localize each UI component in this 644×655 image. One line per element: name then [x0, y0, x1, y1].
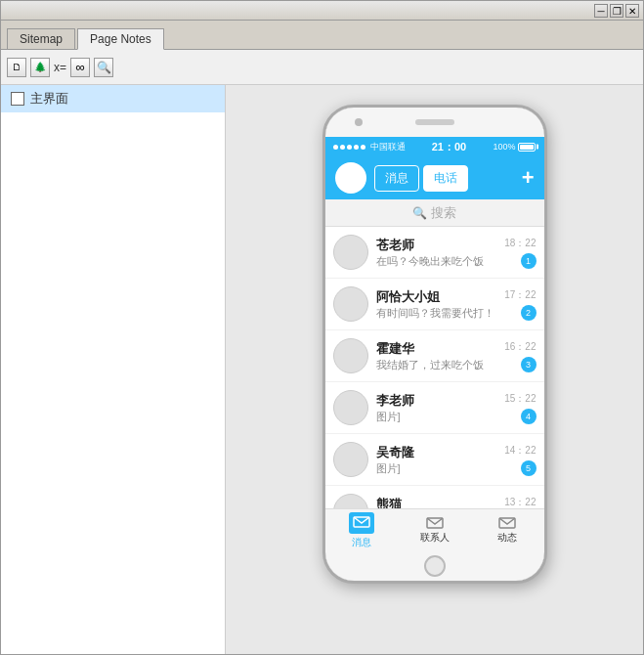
- signal-dot-2: [340, 145, 345, 150]
- chat-item-3[interactable]: 李老师 图片] 15：22 4: [325, 382, 544, 434]
- avatar-3: [333, 390, 368, 425]
- x-label: x=: [54, 61, 66, 74]
- badge-4: 5: [521, 460, 537, 476]
- chat-item-4[interactable]: 吴奇隆 图片] 14：22 5: [325, 434, 544, 486]
- tab-sitemap[interactable]: Sitemap: [7, 28, 75, 49]
- nav-label-message: 消息: [352, 536, 371, 549]
- chat-item-0[interactable]: 苍老师 在吗？今晚出来吃个饭 18：22 1: [325, 227, 544, 279]
- nav-label-moments: 动态: [497, 531, 517, 545]
- nav-item-moments[interactable]: 动态: [471, 509, 544, 551]
- chat-meta-4: 14：22 5: [504, 444, 536, 476]
- signal-dot-3: [347, 145, 352, 150]
- avatar-5: [333, 494, 368, 508]
- bottom-nav: 消息 联系人 动态: [325, 508, 544, 551]
- status-bar: 中国联通 21：00 100%: [325, 137, 544, 156]
- status-time: 21：00: [432, 140, 466, 154]
- battery-fill: [520, 145, 534, 150]
- search-placeholder: 搜索: [431, 204, 456, 222]
- chat-item-1[interactable]: 阿恰大小姐 有时间吗？我需要代打！ 17：22 2: [325, 279, 544, 330]
- sidebar-item-main[interactable]: 主界面: [1, 85, 225, 112]
- phone-bottom: [325, 551, 544, 581]
- signal-dot-1: [333, 145, 338, 150]
- chat-info-2: 霍建华 我结婚了，过来吃个饭: [376, 340, 497, 372]
- home-button[interactable]: [424, 555, 446, 577]
- badge-2: 3: [521, 357, 537, 372]
- nav-item-contacts[interactable]: 联系人: [398, 509, 471, 551]
- chat-meta-0: 18：22 1: [504, 237, 536, 269]
- tab-bar: Sitemap Page Notes: [1, 21, 643, 50]
- infinity-btn[interactable]: ∞: [70, 58, 90, 77]
- chat-preview-0: 在吗？今晚出来吃个饭: [376, 254, 497, 269]
- sidebar: 主界面: [1, 85, 226, 654]
- close-btn[interactable]: ✕: [625, 4, 639, 18]
- chat-info-3: 李老师 图片]: [376, 392, 497, 424]
- chat-name-1: 阿恰大小姐: [376, 288, 497, 306]
- chat-name-2: 霍建华: [376, 340, 497, 358]
- title-bar: ─ ❐ ✕: [1, 1, 643, 21]
- badge-1: 2: [521, 305, 537, 321]
- chat-name-3: 李老师: [376, 392, 497, 410]
- avatar-4: [333, 442, 368, 477]
- chat-preview-1: 有时间吗？我需要代打！: [376, 306, 497, 321]
- chat-time-0: 18：22: [504, 237, 536, 250]
- main-area: 主界面 中: [1, 85, 643, 654]
- chat-meta-3: 15：22 4: [504, 392, 536, 424]
- chat-name-4: 吴奇隆: [376, 444, 497, 461]
- minimize-btn[interactable]: ─: [594, 4, 608, 18]
- iphone-mockup: 中国联通 21：00 100% 消息 电话: [322, 105, 547, 584]
- content-area: 中国联通 21：00 100% 消息 电话: [226, 85, 643, 654]
- chat-meta-5: 13：22 1: [504, 496, 536, 509]
- battery-area: 100%: [493, 142, 536, 152]
- battery-pct: 100%: [493, 142, 515, 152]
- user-avatar[interactable]: [335, 162, 366, 194]
- earpiece: [415, 119, 454, 125]
- chat-meta-1: 17：22 2: [504, 288, 536, 321]
- chat-info-0: 苍老师 在吗？今晚出来吃个饭: [376, 237, 497, 269]
- chat-time-5: 13：22: [504, 496, 536, 509]
- badge-0: 1: [521, 253, 537, 269]
- chat-info-1: 阿恰大小姐 有时间吗？我需要代打！: [376, 288, 497, 321]
- nav-item-message[interactable]: 消息: [325, 509, 399, 551]
- chat-name-0: 苍老师: [376, 237, 497, 254]
- chat-time-2: 16：22: [504, 340, 536, 354]
- carrier-name: 中国联通: [370, 141, 406, 153]
- avatar-1: [333, 286, 368, 322]
- chat-list: 苍老师 在吗？今晚出来吃个饭 18：22 1 阿恰大小姐 有时间吗？我需要代打！: [325, 227, 544, 508]
- header-tab-message[interactable]: 消息: [374, 165, 419, 192]
- chat-preview-2: 我结婚了，过来吃个饭: [376, 358, 497, 372]
- header-tab-group: 消息 电话: [374, 165, 514, 192]
- contacts-nav-icon: [426, 517, 444, 529]
- search-bar[interactable]: 🔍 搜索: [325, 199, 544, 227]
- badge-3: 4: [521, 409, 537, 424]
- chat-preview-3: 图片]: [376, 410, 497, 424]
- phone-top: [325, 108, 544, 137]
- tree-btn[interactable]: 🌲: [30, 58, 50, 77]
- message-nav-icon: [353, 516, 370, 528]
- add-button[interactable]: +: [522, 165, 535, 191]
- chat-item-5[interactable]: 熊猫 图片] 13：22 1: [325, 486, 544, 508]
- tab-page-notes[interactable]: Page Notes: [77, 28, 164, 50]
- signal-area: 中国联通: [333, 141, 406, 153]
- signal-dot-5: [361, 145, 365, 150]
- avatar-2: [333, 338, 368, 373]
- battery-icon: [518, 143, 536, 152]
- restore-btn[interactable]: ❐: [610, 4, 623, 18]
- header-tab-phone[interactable]: 电话: [423, 165, 468, 192]
- app-window: ─ ❐ ✕ Sitemap Page Notes 🗋 🌲 x= ∞ 🔍 主界面: [0, 0, 644, 655]
- avatar-0: [333, 235, 368, 270]
- chat-info-4: 吴奇隆 图片]: [376, 444, 497, 476]
- chat-time-1: 17：22: [504, 288, 536, 302]
- moments-nav-icon: [498, 517, 516, 529]
- nav-label-contacts: 联系人: [420, 531, 450, 545]
- sidebar-item-label: 主界面: [30, 90, 68, 108]
- chat-item-2[interactable]: 霍建华 我结婚了，过来吃个饭 16：22 3: [325, 330, 544, 382]
- chat-info-5: 熊猫 图片]: [376, 496, 497, 509]
- page-icon-btn[interactable]: 🗋: [7, 58, 26, 77]
- chat-preview-4: 图片]: [376, 461, 497, 476]
- chat-name-5: 熊猫: [376, 496, 497, 509]
- search-btn[interactable]: 🔍: [94, 58, 113, 77]
- chat-time-3: 15：22: [504, 392, 536, 406]
- page-icon: [11, 92, 24, 106]
- chat-time-4: 14：22: [504, 444, 536, 458]
- app-header: 消息 电话 +: [325, 156, 544, 199]
